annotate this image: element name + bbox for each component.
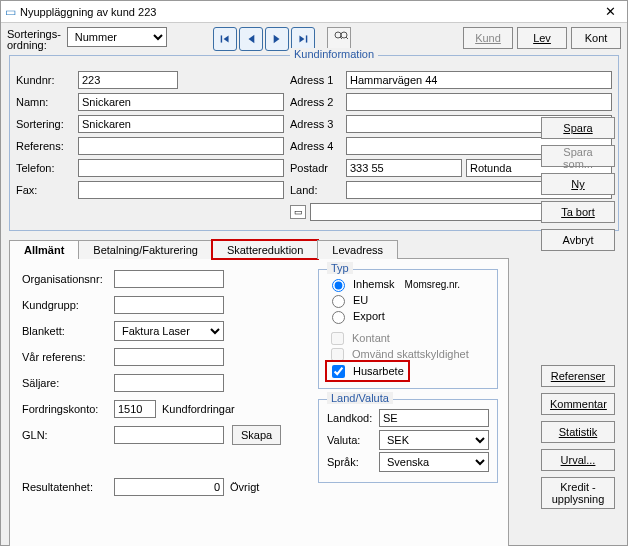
skapa-button[interactable]: Skapa (232, 425, 281, 445)
telefon-input[interactable] (78, 159, 284, 177)
spara-button[interactable]: Spara (541, 117, 615, 139)
find-button[interactable] (327, 27, 351, 49)
fordkonto-input[interactable] (114, 400, 156, 418)
orgnr-input[interactable] (114, 270, 224, 288)
adress2-input[interactable] (346, 93, 612, 111)
sort-label: Sorterings- ordning: (7, 29, 61, 51)
kreditupplysning-button[interactable]: Kredit -upplysning (541, 477, 615, 509)
svg-rect-0 (221, 35, 222, 42)
adress1-input[interactable] (346, 71, 612, 89)
varref-input[interactable] (114, 348, 224, 366)
ta-bort-button[interactable]: Ta bort (541, 201, 615, 223)
gln-input[interactable] (114, 426, 224, 444)
blankett-combo[interactable]: Faktura Laser (114, 321, 224, 341)
landkod-input[interactable] (379, 409, 489, 427)
typ-legend: Typ (327, 262, 353, 274)
svg-marker-2 (248, 35, 254, 43)
tab-betalning[interactable]: Betalning/Fakturering (78, 240, 213, 259)
svg-marker-1 (223, 35, 228, 42)
kundinfo-legend: Kundinformation (290, 48, 378, 60)
nav-next-button[interactable] (265, 27, 289, 51)
momsreg-label: Momsreg.nr. (405, 279, 461, 290)
statistik-button[interactable]: Statistik (541, 421, 615, 443)
svg-rect-5 (306, 35, 307, 42)
radio-inhemsk[interactable]: Inhemsk (327, 276, 395, 292)
avbryt-button[interactable]: Avbryt (541, 229, 615, 251)
fordkonto-desc: Kundfordringar (162, 403, 235, 415)
tab-skattereduktion[interactable]: Skattereduktion (212, 240, 318, 259)
svg-line-9 (346, 37, 348, 39)
close-button[interactable]: ✕ (597, 3, 623, 21)
valuta-combo[interactable]: SEK (379, 430, 489, 450)
fax-input[interactable] (78, 181, 284, 199)
nav-prev-button[interactable] (239, 27, 263, 51)
radio-export[interactable]: Export (327, 308, 489, 324)
window-title: Nyuppläggning av kund 223 (20, 6, 597, 18)
resultatenhet-input[interactable] (114, 478, 224, 496)
kundgrupp-input[interactable] (114, 296, 224, 314)
tab-allmant[interactable]: Allmänt (9, 240, 79, 259)
check-husarbete[interactable]: Husarbete (328, 363, 404, 379)
sortering-input[interactable] (78, 115, 284, 133)
kundnr-input[interactable] (78, 71, 178, 89)
svg-marker-3 (273, 35, 279, 43)
radio-eu[interactable]: EU (327, 292, 489, 308)
window-icon: ▭ (5, 5, 16, 19)
tab-levadress[interactable]: Levadress (317, 240, 398, 259)
nav-first-button[interactable] (213, 27, 237, 51)
referens-input[interactable] (78, 137, 284, 155)
referenser-button[interactable]: Referenser (541, 365, 615, 387)
resultatenhet-desc: Övrigt (230, 481, 259, 493)
check-omvand: Omvänd skattskyldighet (327, 346, 489, 362)
ny-button[interactable]: Ny (541, 173, 615, 195)
saljare-input[interactable] (114, 374, 224, 392)
sprak-combo[interactable]: Svenska (379, 452, 489, 472)
kont-button[interactable]: Kont (571, 27, 621, 49)
landvaluta-legend: Land/Valuta (327, 392, 393, 404)
check-kontant: Kontant (327, 330, 489, 346)
kund-button[interactable]: Kund (463, 27, 513, 49)
sort-order-combo[interactable]: Nummer (67, 27, 167, 47)
svg-marker-4 (299, 35, 304, 42)
postnr-input[interactable] (346, 159, 462, 177)
address-card-icon[interactable]: ▭ (290, 205, 306, 219)
namn-input[interactable] (78, 93, 284, 111)
urval-button[interactable]: Urval... (541, 449, 615, 471)
kommentar-button[interactable]: Kommentar (541, 393, 615, 415)
spara-som-button: Spara som... (541, 145, 615, 167)
lev-button[interactable]: Lev (517, 27, 567, 49)
